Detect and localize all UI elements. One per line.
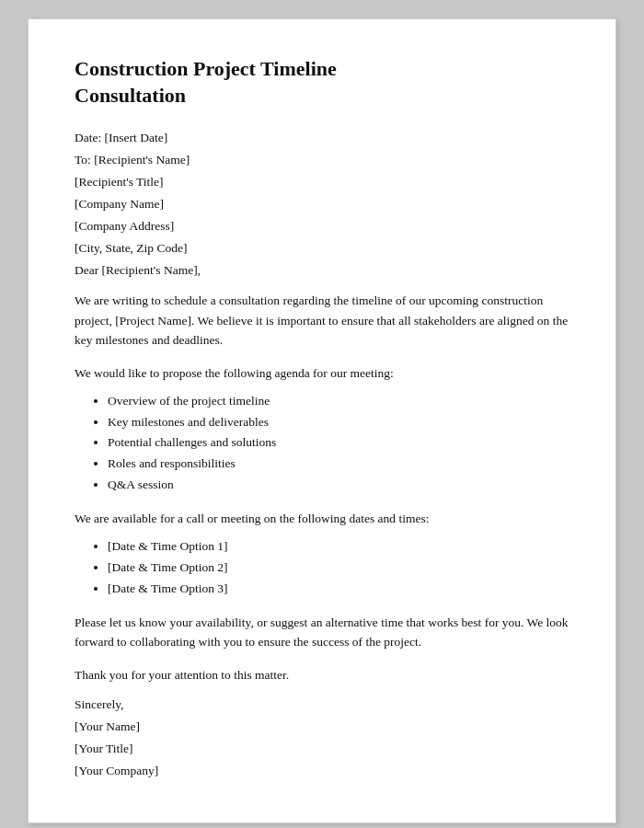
date-field: Date: [Insert Date] (75, 131, 569, 145)
document-title: Construction Project TimelineConsultatio… (75, 56, 569, 109)
thank-you: Thank you for your attention to this mat… (75, 665, 569, 685)
your-title: [Your Title] (75, 742, 569, 756)
list-item: Roles and responsibilities (108, 454, 569, 475)
list-item: [Date & Time Option 1] (108, 536, 569, 558)
city-state-zip-field: [City, State, Zip Code] (75, 241, 569, 256)
closing: Sincerely, (75, 697, 569, 712)
recipient-title-field: [Recipient's Title] (75, 175, 569, 190)
paragraph-2: Please let us know your availability, or… (75, 613, 569, 652)
list-item: Key milestones and deliverables (108, 412, 569, 433)
date-options-list: [Date & Time Option 1] [Date & Time Opti… (108, 536, 569, 600)
your-company: [Your Company] (75, 764, 569, 778)
agenda-intro: We would like to propose the following a… (75, 363, 569, 384)
availability-intro: We are available for a call or meeting o… (75, 509, 569, 529)
list-item: Overview of the project timeline (108, 391, 569, 412)
company-name-field: [Company Name] (75, 197, 569, 212)
list-item: [Date & Time Option 2] (108, 558, 569, 579)
to-field: To: [Recipient's Name] (75, 153, 569, 167)
your-name: [Your Name] (75, 719, 569, 734)
list-item: Q&A session (108, 475, 569, 496)
list-item: Potential challenges and solutions (108, 432, 569, 454)
company-address-field: [Company Address] (75, 219, 569, 234)
agenda-list: Overview of the project timeline Key mil… (108, 391, 569, 497)
paragraph-1: We are writing to schedule a consultatio… (75, 291, 569, 351)
document-container: Construction Project TimelineConsultatio… (28, 18, 616, 823)
list-item: [Date & Time Option 3] (108, 579, 569, 600)
salutation: Dear [Recipient's Name], (75, 263, 569, 278)
